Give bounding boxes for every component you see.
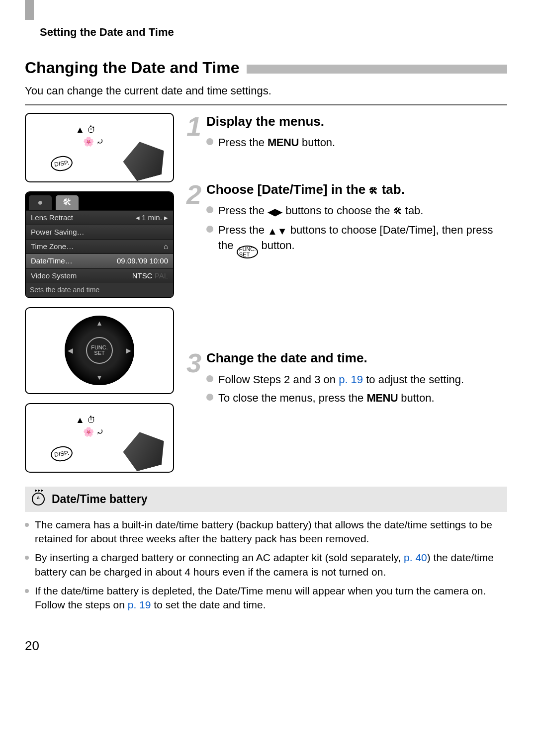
lightbulb-icon: ª <box>32 493 45 505</box>
step-number-3: 3 <box>186 352 206 409</box>
step-3-title: Change the date and time. <box>206 349 507 367</box>
step-2-title: Choose [Date/Time] in the 🛠 tab. <box>206 181 507 198</box>
step-1: 1 Display the menus. Press the MENU butt… <box>186 113 507 154</box>
bullet-dot <box>206 206 213 213</box>
bullet-dot <box>25 523 29 527</box>
page-tab-marker <box>25 0 34 20</box>
left-right-arrows-icon: ◀▶ <box>268 206 282 217</box>
intro-text: You can change the current date and time… <box>25 84 507 98</box>
step-2-bullet-2: Press the ▲▼ buttons to choose [Date/Tim… <box>218 223 507 258</box>
set-label: SET <box>94 350 104 356</box>
step-3: 3 Change the date and time. Follow Steps… <box>186 349 507 409</box>
tip-item-1: The camera has a built-in date/time batt… <box>25 518 507 546</box>
tip-item-3: If the date/time battery is depleted, th… <box>25 584 507 612</box>
bullet-dot <box>206 375 213 382</box>
bullet-dot <box>206 226 213 233</box>
bullet-dot <box>25 589 29 593</box>
tip-item-2: By inserting a charged battery or connec… <box>25 551 507 579</box>
step-number-1: 1 <box>186 116 206 154</box>
menu-row-date-time: Date/Time…09.09.'09 10:00 <box>26 253 173 268</box>
page-ref-link-19[interactable]: p. 19 <box>339 373 363 386</box>
tools-icon: 🛠 <box>369 186 378 196</box>
page-title: Changing the Date and Time <box>25 57 239 79</box>
tools-icon: 🛠 <box>393 206 402 216</box>
page-ref-link-40[interactable]: p. 40 <box>404 552 427 563</box>
bullet-dot <box>206 394 213 401</box>
camera-illustration-2: ▲ ⏱ 🌸 ⤾ DISP. MENU <box>25 403 174 473</box>
disp-button-label-2: DISP. <box>50 445 74 463</box>
step-number-2: 2 <box>186 184 206 262</box>
tip-title: Date/Time battery <box>52 492 148 507</box>
step-3-bullet-2: To close the menus, press the MENU butto… <box>218 391 507 406</box>
thumb-illustration-2 <box>119 426 170 473</box>
camera-illustration-1: ▲ ⏱ 🌸 ⤾ DISP. MENU <box>25 113 174 182</box>
face-timer-icons-2: ▲ ⏱ 🌸 ⤾ <box>76 414 104 438</box>
step-3-bullet-1: Follow Steps 2 and 3 on p. 19 to adjust … <box>218 372 507 387</box>
tools-tab-icon: 🛠 <box>56 195 79 210</box>
bullet-dot <box>206 138 213 145</box>
menu-help-text: Sets the date and time <box>26 283 173 297</box>
step-1-title: Display the menus. <box>206 113 507 130</box>
page-ref-link-19b[interactable]: p. 19 <box>128 599 151 610</box>
face-timer-icons: ▲ ⏱ 🌸 ⤾ <box>76 124 104 148</box>
control-dial-illustration: ▲ ▼ ◀ ▶ FUNC. SET <box>25 307 174 394</box>
tip-header: ª Date/Time battery <box>25 487 507 512</box>
up-down-arrows-icon: ▲▼ <box>268 226 287 237</box>
step-2: 2 Choose [Date/Time] in the 🛠 tab. Press… <box>186 181 507 262</box>
step-2-bullet-1: Press the ◀▶ buttons to choose the 🛠 tab… <box>218 203 507 219</box>
menu-row-power-saving: Power Saving… <box>26 225 173 239</box>
thumb-illustration <box>119 136 170 182</box>
title-bar-decoration <box>247 65 507 74</box>
bullet-dot <box>25 556 29 560</box>
menu-row-lens-retract: Lens Retract◂ 1 min. ▸ <box>26 210 173 225</box>
disp-button-label: DISP. <box>50 155 74 172</box>
menu-row-video-system: Video SystemNTSC PAL <box>26 268 173 283</box>
menu-row-time-zone: Time Zone…⌂ <box>26 239 173 253</box>
page-number: 20 <box>25 637 507 655</box>
separator <box>25 104 507 105</box>
step-1-bullet-1: Press the MENU button. <box>218 135 507 150</box>
camera-menu-screenshot: ● 🛠 Lens Retract◂ 1 min. ▸ Power Saving…… <box>25 191 174 298</box>
camera-tab-icon: ● <box>29 195 52 210</box>
func-set-button-icon: FUNC.SET <box>237 246 259 258</box>
section-label: Setting the Date and Time <box>40 25 507 40</box>
